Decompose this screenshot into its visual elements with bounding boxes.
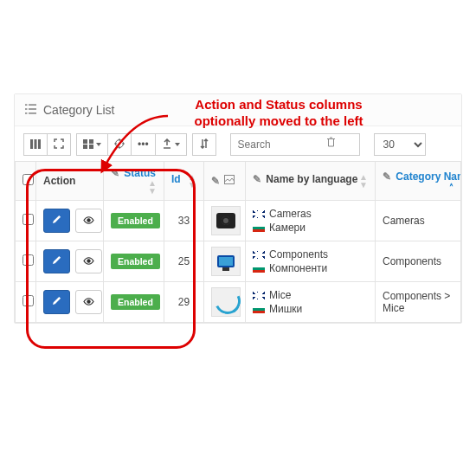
id-cell: 25 <box>164 241 204 282</box>
view-button[interactable] <box>75 249 102 273</box>
toolbar-group-left <box>23 133 71 156</box>
grid-options-button[interactable] <box>76 133 108 156</box>
more-button[interactable]: ••• <box>132 133 156 156</box>
name-by-lang-cell[interactable]: MiceМишки <box>246 282 376 323</box>
svg-rect-6 <box>30 139 33 149</box>
row-checkbox[interactable] <box>23 295 34 306</box>
fullscreen-button[interactable] <box>48 133 71 156</box>
action-cell <box>36 201 104 241</box>
id-cell: 33 <box>164 201 204 241</box>
id-cell: 29 <box>164 282 204 323</box>
eye-icon <box>83 215 94 227</box>
status-cell[interactable]: Enabled <box>104 241 164 282</box>
flag-gb-icon <box>253 210 265 218</box>
row-checkbox[interactable] <box>23 214 34 225</box>
status-badge: Enabled <box>111 254 160 269</box>
reset-button[interactable] <box>108 133 132 156</box>
header-row: Action ✎ Status ▲▼ Id ▲▼ ✎ ✎ Name by lan… <box>16 162 461 201</box>
svg-rect-4 <box>25 113 27 114</box>
select-all-checkbox[interactable] <box>23 174 34 185</box>
toolbar-group-mid: ••• <box>76 133 187 156</box>
grid-icon <box>83 139 93 151</box>
image-cell[interactable] <box>204 201 246 241</box>
toolbar: ••• 30 <box>15 126 461 161</box>
col-action[interactable]: Action <box>36 162 104 201</box>
page-size-select[interactable]: 30 <box>374 133 426 156</box>
panel-header: Category List <box>15 94 461 126</box>
edit-icon: ✎ <box>111 167 119 179</box>
col-name-by-language[interactable]: ✎ Name by language ▲▼ <box>246 162 376 201</box>
panel-title: Category List <box>43 103 114 117</box>
svg-rect-3 <box>29 108 36 110</box>
flag-bg-icon <box>253 265 265 273</box>
name-en: Components <box>269 248 328 261</box>
row-checkbox-cell[interactable] <box>16 241 36 282</box>
svg-rect-7 <box>35 139 37 149</box>
edit-button[interactable] <box>43 209 70 233</box>
name-by-lang-cell[interactable]: CamerasКамери <box>246 201 376 241</box>
image-cell[interactable] <box>204 241 246 282</box>
columns-icon <box>30 139 41 151</box>
expand-icon <box>54 138 64 151</box>
row-checkbox-cell[interactable] <box>16 282 36 323</box>
svg-rect-1 <box>29 104 36 106</box>
name-bg: Компоненти <box>269 262 327 274</box>
svg-point-20 <box>87 260 90 262</box>
pencil-icon <box>52 296 61 308</box>
svg-rect-2 <box>25 108 27 110</box>
chevron-down-icon <box>96 143 101 146</box>
row-checkbox-cell[interactable] <box>16 201 36 241</box>
svg-rect-11 <box>83 145 87 149</box>
col-status[interactable]: ✎ Status ▲▼ <box>104 162 164 201</box>
name-bg: Камери <box>269 222 306 234</box>
flag-gb-icon <box>253 251 265 259</box>
more-icon: ••• <box>138 139 149 150</box>
category-name-cell[interactable]: Cameras <box>376 201 461 241</box>
export-button[interactable] <box>156 133 187 156</box>
edit-icon: ✎ <box>383 170 391 183</box>
search-input[interactable] <box>230 133 360 156</box>
table-row: Enabled33CamerasКамериCameras <box>16 201 461 241</box>
view-button[interactable] <box>75 290 102 314</box>
action-cell <box>36 241 104 282</box>
status-cell[interactable]: Enabled <box>104 282 164 323</box>
table-row: Enabled25ComponentsКомпонентиComponents <box>16 241 461 282</box>
columns-button[interactable] <box>23 133 48 156</box>
chevron-down-icon <box>175 143 180 146</box>
col-image[interactable]: ✎ <box>204 162 246 201</box>
svg-rect-12 <box>89 145 93 149</box>
category-name-cell[interactable]: Components > Mice <box>376 282 461 323</box>
flag-bg-icon <box>253 306 265 313</box>
product-thumb <box>211 247 241 276</box>
search-wrap <box>230 133 360 156</box>
name-by-lang-cell[interactable]: ComponentsКомпоненти <box>246 241 376 282</box>
edit-button[interactable] <box>43 249 70 273</box>
eye-icon <box>83 296 94 308</box>
view-button[interactable] <box>75 209 102 233</box>
status-cell[interactable]: Enabled <box>104 201 164 241</box>
image-cell[interactable] <box>204 282 246 323</box>
target-icon <box>114 138 125 151</box>
pencil-icon <box>52 255 61 267</box>
flag-bg-icon <box>253 224 265 232</box>
sort-icon: ▲▼ <box>188 173 196 189</box>
svg-rect-10 <box>89 139 93 144</box>
col-checkbox[interactable] <box>16 162 36 201</box>
edit-button[interactable] <box>43 290 70 314</box>
eye-icon <box>83 255 94 267</box>
edit-icon: ✎ <box>211 175 220 187</box>
sort-icon <box>199 138 209 151</box>
pencil-icon <box>52 215 61 227</box>
list-icon <box>25 103 36 117</box>
col-category-name[interactable]: ✎ Category Name ˄ <box>376 162 461 201</box>
flag-gb-icon <box>253 292 265 299</box>
clear-search-button[interactable] <box>326 137 336 150</box>
col-id[interactable]: Id ▲▼ <box>164 162 204 201</box>
sort-settings-button[interactable] <box>192 133 216 156</box>
category-name-cell[interactable]: Components <box>376 241 461 282</box>
name-en: Mice <box>269 289 291 301</box>
row-checkbox[interactable] <box>23 254 34 266</box>
product-thumb <box>211 287 241 317</box>
edit-icon: ✎ <box>253 173 261 185</box>
svg-rect-8 <box>38 139 41 149</box>
